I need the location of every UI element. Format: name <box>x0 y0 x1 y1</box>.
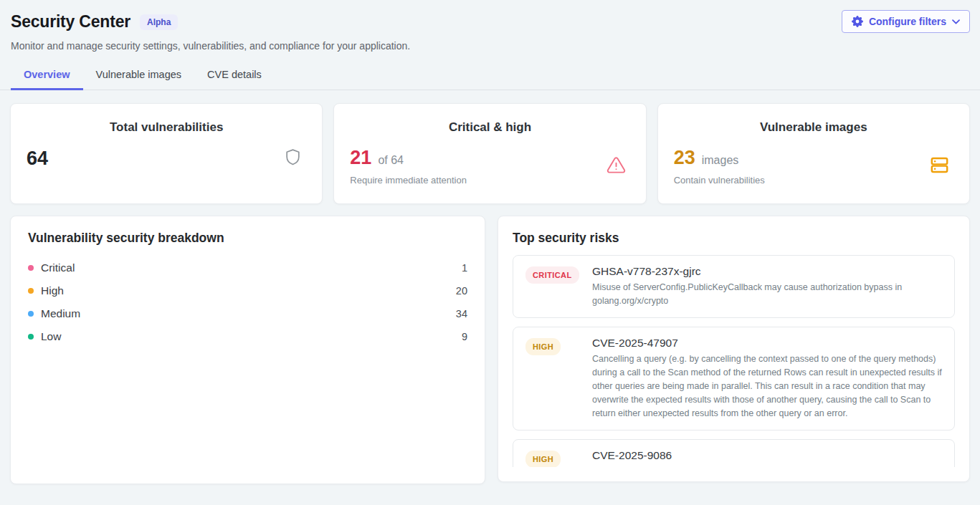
stat-card-title: Critical & high <box>350 120 629 135</box>
total-vulnerabilities-value: 64 <box>27 148 48 170</box>
vulnerability-breakdown-panel: Vulnerability security breakdown Critica… <box>10 216 485 484</box>
gear-icon <box>852 16 863 27</box>
breakdown-rows: Critical 1 High 20 Medium 34 Low 9 <box>28 256 467 348</box>
page-subtitle: Monitor and manage security settings, vu… <box>11 40 969 52</box>
critical-high-suffix: of 64 <box>378 154 404 167</box>
server-icon <box>930 155 949 178</box>
risks-list: CRITICAL GHSA-v778-237x-gjrc Misuse of S… <box>513 255 955 467</box>
top-security-risks-panel: Top security risks CRITICAL GHSA-v778-23… <box>498 216 970 482</box>
risk-description: Cancelling a query (e.g. by cancelling t… <box>592 352 942 420</box>
chevron-down-icon <box>952 19 960 24</box>
page-title: Security Center <box>11 12 130 32</box>
critical-high-value: 21 <box>350 147 371 169</box>
breakdown-row-low: Low 9 <box>28 325 467 348</box>
breakdown-label: Critical <box>41 261 462 274</box>
breakdown-value: 34 <box>456 308 467 319</box>
tab-overview[interactable]: Overview <box>11 62 83 90</box>
medium-dot-icon <box>28 311 34 317</box>
tab-vulnerable-images[interactable]: Vulnerable images <box>83 62 195 90</box>
risk-description: Misuse of ServerConfig.PublicKeyCallback… <box>592 281 942 308</box>
shield-icon <box>284 147 302 170</box>
stats-row: Total vulnerabilities 64 Critical & high… <box>10 103 970 204</box>
breakdown-value: 20 <box>456 285 467 297</box>
critical-high-subtext: Require immediate attention <box>350 175 467 186</box>
panels-row: Vulnerability security breakdown Critica… <box>10 216 970 484</box>
page-header: Security Center Alpha Monitor and manage… <box>0 0 980 52</box>
stat-card-title: Total vulnerabilities <box>27 120 306 135</box>
breakdown-label: Medium <box>41 307 456 320</box>
tab-cve-details[interactable]: CVE details <box>194 62 275 90</box>
configure-filters-label: Configure filters <box>869 16 946 27</box>
severity-badge: HIGH <box>525 451 561 467</box>
risk-card-cve-2025-47907[interactable]: HIGH CVE-2025-47907 Cancelling a query (… <box>513 327 955 431</box>
tab-bar: Overview Vulnerable images CVE details <box>0 62 980 90</box>
vulnerable-images-suffix: images <box>702 154 739 167</box>
risk-id: CVE-2025-9086 <box>592 449 942 462</box>
breakdown-row-high: High 20 <box>28 279 467 302</box>
risk-card-cve-2025-9086[interactable]: HIGH CVE-2025-9086 <box>513 439 955 467</box>
stat-card-total-vulnerabilities: Total vulnerabilities 64 <box>10 103 323 204</box>
alpha-badge: Alpha <box>140 14 178 30</box>
critical-dot-icon <box>28 265 34 271</box>
breakdown-row-critical: Critical 1 <box>28 256 467 279</box>
vulnerable-images-value: 23 <box>674 147 695 169</box>
vulnerable-images-subtext: Contain vulnerabilities <box>674 175 765 186</box>
alert-triangle-icon <box>606 155 626 178</box>
stat-card-critical-high: Critical & high 21 of 64 Require immedia… <box>333 103 646 204</box>
high-dot-icon <box>28 288 34 294</box>
breakdown-value: 1 <box>462 262 467 274</box>
breakdown-row-medium: Medium 34 <box>28 302 467 325</box>
risk-id: GHSA-v778-237x-gjrc <box>592 265 942 278</box>
severity-badge: CRITICAL <box>525 266 579 284</box>
stat-card-title: Vulnerable images <box>674 120 953 135</box>
breakdown-value: 9 <box>462 331 467 342</box>
risk-id: CVE-2025-47907 <box>592 337 942 350</box>
breakdown-title: Vulnerability security breakdown <box>28 231 467 246</box>
severity-badge: HIGH <box>525 338 561 355</box>
configure-filters-button[interactable]: Configure filters <box>842 10 970 33</box>
top-risks-title: Top security risks <box>513 231 955 246</box>
risk-card-ghsa-v778-237x-gjrc[interactable]: CRITICAL GHSA-v778-237x-gjrc Misuse of S… <box>513 255 955 318</box>
stat-card-vulnerable-images: Vulnerable images 23 images Contain vuln… <box>657 103 970 204</box>
breakdown-label: High <box>41 284 456 297</box>
low-dot-icon <box>28 334 34 340</box>
breakdown-label: Low <box>41 330 462 343</box>
